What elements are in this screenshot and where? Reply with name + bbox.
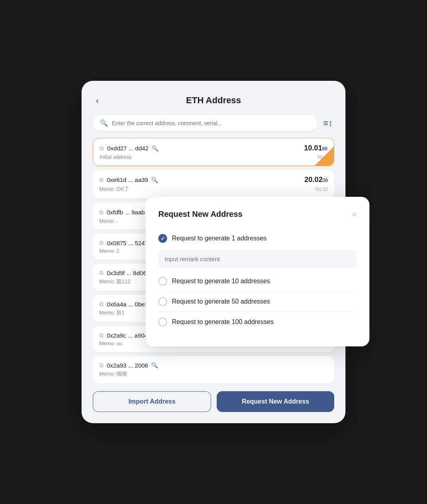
radio-option-3[interactable]: Request to generate 50 addresses [158, 293, 357, 310]
modal-options: Request to generate 1 addresses Request … [158, 230, 357, 330]
search-box: 🔍 [93, 115, 317, 131]
address-text: 0xfdfb ... 9aab [107, 209, 145, 216]
radio-circle [158, 318, 167, 326]
import-address-button[interactable]: Import Address [93, 391, 211, 412]
app-container: ‹ ETH Address 🔍 ≡↕ ⧉ 0xdd27 ... dd42 🔍 1… [82, 81, 345, 423]
radio-option-2[interactable]: Request to generate 10 addresses [158, 273, 357, 290]
address-card-top: ⧉ 0xe61d ... aa39 🔍 20.0208 [99, 176, 328, 184]
filter-button[interactable]: ≡↕ [321, 116, 334, 130]
search-row: 🔍 ≡↕ [93, 115, 334, 131]
divider [158, 291, 357, 292]
address-text: 0xdd27 ... dd42 [107, 145, 148, 152]
page-title: ETH Address [186, 95, 241, 106]
address-bottom: Initial address No.0 [100, 154, 327, 160]
radio-circle [158, 297, 167, 306]
radio-option[interactable]: Request to generate 100 addresses [158, 314, 357, 330]
memo-text: Memo: 新1 [99, 309, 125, 316]
memo-text: Memo: - [99, 218, 118, 224]
memo-text: Initial address [100, 154, 132, 160]
copy-icon[interactable]: ⧉ [99, 269, 104, 276]
address-bottom: Memo: 哦哦 [99, 370, 328, 378]
memo-text: Memo: 2 [99, 248, 120, 254]
address-text: 0xe61d ... aa39 [107, 176, 148, 183]
search-address-icon[interactable]: 🔍 [152, 145, 158, 152]
search-address-icon[interactable]: 🔍 [151, 177, 158, 183]
address-text: 0x2a9c ... a904 [107, 332, 148, 339]
request-address-button[interactable]: Request New Address [217, 391, 334, 412]
active-corner-badge [315, 146, 334, 166]
copy-icon[interactable]: ⧉ [99, 209, 104, 216]
copy-icon[interactable]: ⧉ [99, 362, 104, 369]
copy-icon[interactable]: ⧉ [99, 176, 104, 184]
divider [158, 312, 357, 312]
no-text: No.10 [315, 186, 328, 192]
memo-text: Memo: OK了 [99, 186, 129, 193]
radio-circle [158, 234, 167, 243]
address-bottom: Memo: OK了 No.10 [99, 186, 328, 193]
copy-icon[interactable]: ⧉ [99, 332, 104, 339]
copy-icon[interactable]: ⧉ [100, 145, 104, 152]
radio-option[interactable]: Request to generate 50 addresses [158, 293, 357, 310]
request-new-address-modal: Request New Address × Request to generat… [146, 197, 369, 346]
copy-icon[interactable]: ⧉ [99, 300, 104, 308]
search-icon: 🔍 [100, 119, 108, 127]
address-left: ⧉ 0xdd27 ... dd42 🔍 [100, 145, 158, 152]
header: ‹ ETH Address [93, 95, 334, 106]
radio-label: Request to generate 50 addresses [172, 298, 270, 305]
radio-label: Request to generate 1 addresses [172, 235, 267, 242]
search-address-icon[interactable]: 🔍 [151, 362, 158, 368]
address-text: 0x0875 ... 5247 [107, 240, 148, 246]
back-button[interactable]: ‹ [93, 94, 102, 107]
remark-input-container [158, 247, 357, 273]
modal-close-button[interactable]: × [352, 210, 357, 218]
address-text: 0x3d9f ... 8d06 [107, 270, 146, 276]
memo-text: Memo: 圆112 [99, 278, 130, 285]
address-left: ⧉ 0x2a93 ... 2006 🔍 [99, 362, 158, 369]
radio-option-1[interactable]: Request to generate 1 addresses [158, 230, 357, 247]
footer-buttons: Import Address Request New Address [93, 391, 334, 412]
radio-label: Request to generate 10 addresses [172, 278, 270, 285]
amount-text: 20.0208 [305, 176, 328, 184]
search-input[interactable] [112, 120, 310, 126]
radio-circle [158, 277, 167, 286]
address-text: 0x2a93 ... 2006 [107, 362, 148, 369]
modal-title: Request New Address [158, 210, 242, 219]
radio-option-4[interactable]: Request to generate 100 addresses [158, 314, 357, 330]
copy-icon[interactable]: ⧉ [99, 239, 104, 246]
address-card-top: ⧉ 0x2a93 ... 2006 🔍 [99, 362, 328, 369]
radio-label: Request to generate 100 addresses [172, 318, 273, 326]
address-card[interactable]: ⧉ 0xdd27 ... dd42 🔍 10.0188 Initial addr… [93, 138, 334, 166]
modal-header: Request New Address × [158, 210, 357, 219]
address-card[interactable]: ⧉ 0xe61d ... aa39 🔍 20.0208 Memo: OK了 No… [93, 170, 334, 198]
memo-text: Memo: uu [99, 340, 122, 346]
address-card-top: ⧉ 0xdd27 ... dd42 🔍 10.0188 [100, 144, 327, 152]
radio-option[interactable]: Request to generate 10 addresses [158, 273, 357, 290]
address-card[interactable]: ⧉ 0x2a93 ... 2006 🔍 Memo: 哦哦 [93, 356, 334, 383]
address-text: 0x6a4a ... 0be3 [107, 301, 148, 308]
address-left: ⧉ 0xe61d ... aa39 🔍 [99, 176, 158, 184]
remark-input[interactable] [158, 250, 357, 268]
radio-option[interactable]: Request to generate 1 addresses [158, 230, 357, 247]
memo-text: Memo: 哦哦 [99, 370, 127, 378]
